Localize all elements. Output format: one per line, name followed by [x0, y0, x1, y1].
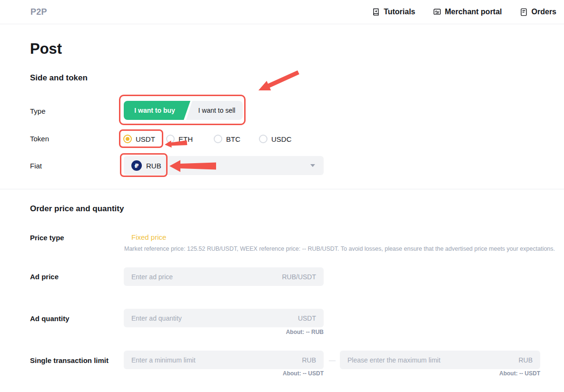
min-limit-about: About: -- USDT — [247, 370, 324, 377]
radio-btc[interactable]: BTC — [214, 134, 240, 144]
single-limit-label: Single transaction limit — [30, 356, 109, 365]
radio-unselected-icon — [214, 135, 222, 143]
ad-quantity-about: About: -- RUB — [247, 329, 324, 335]
ad-quantity-field: USDT — [124, 309, 324, 327]
buy-toggle-button[interactable]: I want to buy — [124, 101, 190, 120]
buy-toggle-label: I want to buy — [134, 107, 175, 114]
radio-btc-label: BTC — [226, 135, 240, 143]
radio-usdc-label: USDC — [271, 135, 292, 143]
ad-price-label: Ad price — [30, 272, 59, 282]
top-nav: Tutorials Merchant portal Orders — [371, 8, 556, 17]
side-toggle: I want to buy I want to sell — [124, 101, 243, 120]
fiat-label: Fiat — [30, 161, 42, 171]
radio-unselected-icon — [259, 135, 267, 143]
radio-usdc[interactable]: USDC — [259, 134, 292, 144]
nav-merchant-portal[interactable]: Merchant portal — [433, 8, 502, 17]
nav-merchant-portal-label: Merchant portal — [445, 8, 502, 16]
merchant-portal-icon — [433, 8, 442, 17]
p2p-logo: P2P — [30, 7, 47, 17]
reference-price-note: Market reference price: 125.52 RUB/USDT,… — [124, 245, 553, 252]
section-order-price: Order price and quantity — [30, 204, 124, 214]
nav-orders-label: Orders — [532, 8, 556, 16]
fiat-value: RUB — [146, 162, 161, 170]
radio-eth-label: ETH — [178, 135, 193, 143]
min-limit-input[interactable] — [131, 356, 296, 364]
max-limit-field: RUB — [340, 351, 540, 369]
ruble-coin-icon: ₽ — [131, 160, 142, 171]
type-label: Type — [30, 107, 46, 116]
min-limit-field: RUB — [124, 351, 324, 369]
annotation-arrow-type — [257, 69, 300, 92]
sell-toggle-label: I want to sell — [198, 107, 236, 114]
chevron-down-icon — [310, 164, 315, 167]
max-limit-input[interactable] — [347, 356, 513, 364]
ad-price-unit: RUB/USDT — [282, 273, 316, 281]
section-divider — [0, 189, 564, 189]
sell-toggle-button[interactable]: I want to sell — [186, 101, 243, 120]
ad-price-field: RUB/USDT — [124, 267, 324, 286]
ad-price-input[interactable] — [131, 273, 276, 281]
max-limit-about: About: -- USDT — [464, 370, 540, 377]
radio-eth[interactable]: ETH — [166, 134, 193, 144]
min-limit-unit: RUB — [302, 356, 316, 364]
radio-selected-icon — [123, 135, 132, 143]
radio-unselected-icon — [166, 135, 175, 143]
radio-usdt[interactable]: USDT — [123, 134, 155, 144]
price-type-fixed-tab[interactable]: Fixed price — [131, 233, 166, 241]
post-form: Post Side and token Type I want to buy I… — [0, 24, 564, 392]
page-title: Post — [30, 40, 62, 58]
sell-toggle-wrap: I want to sell — [186, 101, 243, 120]
nav-tutorials[interactable]: Tutorials — [371, 8, 415, 17]
nav-orders[interactable]: Orders — [519, 8, 556, 17]
tutorials-book-icon — [371, 8, 380, 17]
radio-usdt-label: USDT — [136, 135, 155, 143]
ad-quantity-input[interactable] — [131, 314, 292, 322]
top-bar: P2P Tutorials Merchant portal — [0, 0, 564, 24]
price-type-label: Price type — [30, 233, 64, 243]
fiat-select[interactable]: ₽ RUB — [124, 156, 324, 175]
ad-quantity-unit: USDT — [298, 314, 316, 322]
ad-quantity-label: Ad quantity — [30, 314, 69, 323]
orders-document-icon — [519, 8, 528, 17]
token-label: Token — [30, 134, 49, 144]
section-side-and-token: Side and token — [30, 73, 88, 83]
max-limit-unit: RUB — [518, 356, 533, 364]
limit-range-dash: — — [326, 351, 339, 369]
nav-tutorials-label: Tutorials — [384, 8, 415, 16]
buy-toggle-wrap: I want to buy — [124, 101, 190, 120]
